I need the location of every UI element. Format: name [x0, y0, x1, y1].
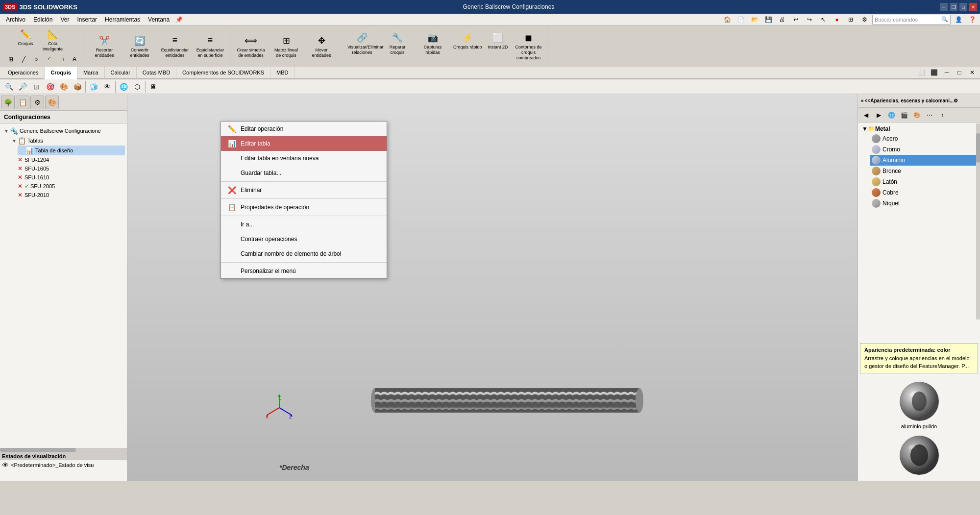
- print-button[interactable]: 🖨: [776, 14, 788, 25]
- config-btn[interactable]: ⚙: [30, 96, 44, 109]
- panel-minimize[interactable]: ─: [941, 67, 953, 78]
- save-button[interactable]: 💾: [762, 14, 774, 25]
- menu-herramientas[interactable]: Herramientas: [101, 15, 144, 24]
- croquis-rapido-button[interactable]: ⚡ Croquis rápido: [451, 30, 484, 61]
- mat-cobre[interactable]: Cobre: [870, 187, 978, 198]
- view-zoom-btn[interactable]: 🔎: [16, 80, 29, 93]
- mat-laton[interactable]: Latón: [870, 176, 978, 187]
- help-button[interactable]: ❓: [966, 14, 978, 25]
- view-box-btn[interactable]: 📦: [71, 80, 84, 93]
- view-section-btn[interactable]: ⊡: [29, 80, 43, 93]
- matriz-button[interactable]: ⊞ Matriz lineal de croquis: [270, 33, 303, 59]
- rp-forward-btn[interactable]: ▶: [873, 109, 884, 121]
- mat-aluminio[interactable]: Aluminio: [870, 155, 978, 166]
- ctx-editar-operacion[interactable]: ✏️ Editar operación: [221, 122, 387, 136]
- grid-button[interactable]: ⊞: [845, 14, 857, 25]
- mat-metal-folder[interactable]: ▼ 📁 Metal: [860, 124, 978, 133]
- tree-root[interactable]: ▼ 🔩 Generic Ballscrew Configuracione: [2, 126, 125, 136]
- recortar-button[interactable]: ✂️ Recortar entidades: [88, 33, 121, 59]
- restore-button[interactable]: ❒: [950, 3, 957, 11]
- convertir-button[interactable]: 🔄 Convertir entidades: [123, 33, 156, 59]
- tab-operaciones[interactable]: Operaciones: [2, 66, 45, 79]
- ctx-contraer[interactable]: Contraer operaciones: [221, 232, 387, 246]
- tab-marca[interactable]: Marca: [77, 66, 105, 79]
- equidist-button[interactable]: ≡ Equidistanciar entidades: [158, 33, 192, 59]
- fm-btn[interactable]: 🌳: [1, 96, 15, 109]
- panel-maximize[interactable]: □: [954, 67, 965, 78]
- croquis-button[interactable]: ✏️ Croquis: [16, 26, 35, 48]
- view-color-btn[interactable]: 🎨: [57, 80, 71, 93]
- new-button[interactable]: 📄: [735, 14, 747, 25]
- cota-button[interactable]: 📐 Cota inteligente: [36, 26, 70, 53]
- rp-globe-btn[interactable]: 🌐: [885, 109, 897, 121]
- simetria-button[interactable]: ⟺ Crear simetría de entidades: [234, 33, 268, 59]
- capturas-button[interactable]: 📷 Capturas rápidas: [416, 30, 449, 61]
- rp-back-icon[interactable]: «: [861, 98, 864, 103]
- tab-croquis[interactable]: Croquis: [45, 67, 77, 79]
- select-button[interactable]: ↖: [817, 14, 829, 25]
- tab-cotas-mbd[interactable]: Cotas MBD: [137, 66, 176, 79]
- arc-button[interactable]: ◜: [43, 53, 55, 65]
- rp-scene-btn[interactable]: 🎬: [898, 109, 910, 121]
- redo-button[interactable]: ↪: [804, 14, 815, 25]
- record-button[interactable]: ●: [831, 14, 843, 25]
- tab-calcular[interactable]: Calcular: [105, 66, 137, 79]
- view-3d-btn[interactable]: 🧊: [87, 80, 100, 93]
- mover-button[interactable]: ✥ Mover entidades: [305, 33, 338, 59]
- ctx-editar-tabla-nueva[interactable]: Editar tabla en ventana nueva: [221, 151, 387, 166]
- tree-sfu2010[interactable]: ✕ SFU-2010: [10, 191, 125, 199]
- ctx-guardar-tabla[interactable]: Guardar tabla...: [221, 166, 387, 180]
- mat-acero[interactable]: Acero: [870, 133, 978, 144]
- instant2d-button[interactable]: ⬜ Instant 2D: [486, 30, 510, 61]
- undo-button[interactable]: ↩: [790, 14, 802, 25]
- maximize-button[interactable]: □: [959, 3, 967, 11]
- rp-decal-btn[interactable]: 🎨: [911, 109, 923, 121]
- panel-close[interactable]: ✕: [966, 67, 978, 78]
- menu-archivo[interactable]: Archivo: [2, 15, 29, 24]
- close-button[interactable]: ✕: [969, 3, 977, 11]
- left-panel-hscroll[interactable]: [0, 448, 127, 452]
- equidist-surf-button[interactable]: ≡ Equidistanciar en superficie: [194, 33, 227, 59]
- rect-button[interactable]: □: [56, 53, 68, 65]
- grid-small-button[interactable]: ⊞: [5, 53, 17, 65]
- tree-sfu1610[interactable]: ✕ SFU-1610: [10, 173, 125, 182]
- view-shade-btn[interactable]: 👁: [100, 80, 114, 93]
- appear-btn[interactable]: 🎨: [45, 96, 59, 109]
- right-panel-vscroll[interactable]: [976, 123, 980, 319]
- tree-sfu2005[interactable]: ✕ ✓ SFU-2005: [10, 182, 125, 191]
- menu-ver[interactable]: Ver: [56, 15, 73, 24]
- circle-button[interactable]: ○: [30, 53, 42, 65]
- view-display-btn[interactable]: 🖥: [147, 80, 160, 93]
- menu-insertar[interactable]: Insertar: [73, 15, 101, 24]
- view-search-btn[interactable]: 🔍: [2, 80, 16, 93]
- visualizar-button[interactable]: 🔗 Visualizar/Eliminar relaciones: [345, 30, 379, 61]
- minimize-button[interactable]: ─: [940, 3, 948, 11]
- ctx-ir-a[interactable]: Ir a...: [221, 217, 387, 232]
- panel-toggle-2[interactable]: ⬛: [928, 67, 940, 78]
- user-button[interactable]: 👤: [953, 14, 964, 25]
- ctx-propiedades[interactable]: 📋 Propiedades de operación: [221, 200, 387, 215]
- rp-back-btn[interactable]: ◀: [860, 109, 872, 121]
- ctx-cambiar-nombre[interactable]: Cambiar nombre de elemento de árbol: [221, 246, 387, 261]
- view-globe-btn[interactable]: 🌐: [117, 80, 130, 93]
- home-button[interactable]: 🏠: [721, 14, 733, 25]
- panel-toggle-1[interactable]: ⬜: [915, 67, 927, 78]
- options-button[interactable]: ⚙: [858, 14, 870, 25]
- prop-btn[interactable]: 📋: [16, 96, 29, 109]
- tree-sfu1204[interactable]: ✕ SFU-1204: [10, 155, 125, 164]
- tab-complementos[interactable]: Complementos de SOLIDWORKS: [176, 66, 270, 79]
- tree-tablas[interactable]: ▼ 📋 Tablas: [10, 136, 125, 146]
- mat-bronce[interactable]: Bronce: [870, 166, 978, 176]
- tree-sfu1605[interactable]: ✕ SFU-1605: [10, 164, 125, 173]
- ctx-eliminar[interactable]: ❌ Eliminar: [221, 183, 387, 197]
- menu-ventana[interactable]: Ventana: [144, 15, 173, 24]
- contornos-button[interactable]: ◼ Contornos de croquis sombreados: [512, 30, 545, 61]
- search-box[interactable]: Buscar comandos 🔍: [872, 15, 951, 25]
- view-scene-btn[interactable]: ⬡: [130, 80, 144, 93]
- window-controls[interactable]: ─ ❒ □ ✕: [940, 3, 977, 11]
- rp-misc-btn[interactable]: ⋯: [924, 109, 935, 121]
- open-button[interactable]: 📂: [749, 14, 760, 25]
- rp-upload-btn[interactable]: ↑: [936, 109, 948, 121]
- menu-edicion[interactable]: Edición: [29, 15, 56, 24]
- reparar-button[interactable]: 🔧 Reparar croquis: [381, 30, 414, 61]
